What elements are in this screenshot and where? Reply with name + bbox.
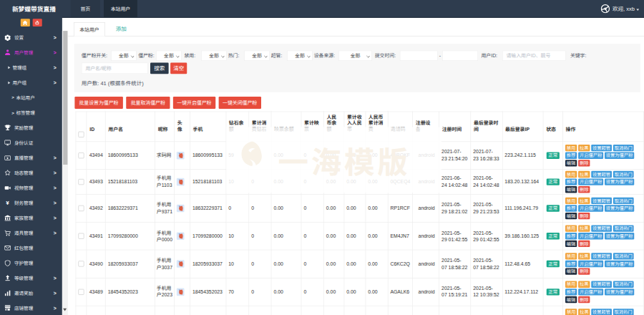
- svg-text:¥: ¥: [6, 200, 9, 205]
